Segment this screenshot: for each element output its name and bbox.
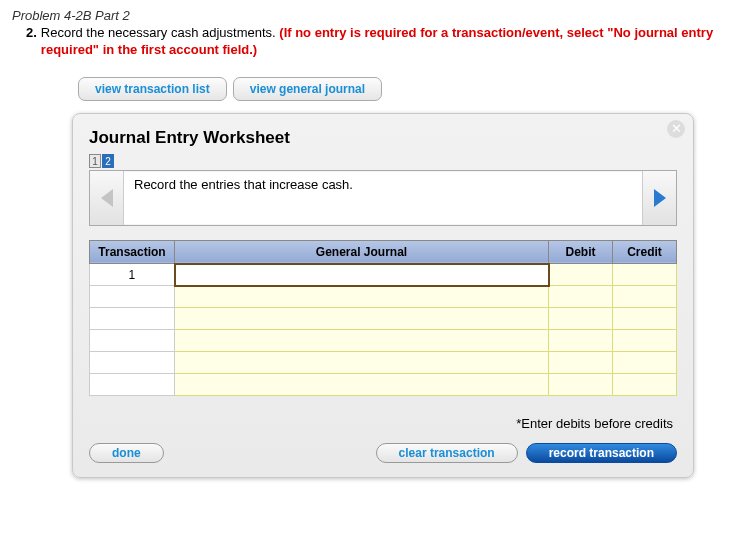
table-row (90, 286, 677, 308)
cell-credit[interactable] (613, 286, 677, 308)
cell-transaction[interactable] (90, 374, 175, 396)
cell-transaction[interactable] (90, 352, 175, 374)
cell-general-journal[interactable] (175, 330, 549, 352)
col-debit: Debit (549, 240, 613, 264)
view-transaction-list-button[interactable]: view transaction list (78, 77, 227, 101)
tip-text: *Enter debits before credits (89, 416, 673, 431)
cell-credit[interactable] (613, 374, 677, 396)
col-credit: Credit (613, 240, 677, 264)
cell-general-journal[interactable] (175, 286, 549, 308)
instruction-text: Record the entries that increase cash. (124, 171, 642, 225)
next-arrow-button[interactable] (642, 171, 676, 225)
footer-buttons: done clear transaction record transactio… (89, 443, 677, 463)
journal-table: Transaction General Journal Debit Credit… (89, 240, 677, 397)
cell-credit[interactable] (613, 264, 677, 286)
page-tabs: 1 2 (89, 154, 677, 168)
previous-arrow-button[interactable] (90, 171, 124, 225)
cell-credit[interactable] (613, 330, 677, 352)
journal-body: 1 (90, 264, 677, 396)
table-row (90, 308, 677, 330)
problem-instruction: 2. Record the necessary cash adjustments… (12, 25, 721, 59)
cell-transaction[interactable] (90, 308, 175, 330)
instruction-box: Record the entries that increase cash. (89, 170, 677, 226)
cell-transaction[interactable] (90, 330, 175, 352)
top-button-row: view transaction list view general journ… (78, 77, 721, 101)
done-button[interactable]: done (89, 443, 164, 463)
table-row (90, 374, 677, 396)
record-transaction-button[interactable]: record transaction (526, 443, 677, 463)
page-tab-1[interactable]: 1 (89, 154, 101, 168)
cell-debit[interactable] (549, 330, 613, 352)
cell-general-journal[interactable] (175, 352, 549, 374)
cell-transaction[interactable]: 1 (90, 264, 175, 286)
cell-credit[interactable] (613, 308, 677, 330)
problem-title: Problem 4-2B Part 2 (12, 8, 721, 23)
instruction-black: Record the necessary cash adjustments. (41, 25, 279, 40)
table-row (90, 352, 677, 374)
journal-worksheet-card: ✕ Journal Entry Worksheet 1 2 Record the… (72, 113, 694, 479)
cell-transaction[interactable] (90, 286, 175, 308)
col-general-journal: General Journal (175, 240, 549, 264)
cell-debit[interactable] (549, 264, 613, 286)
cell-debit[interactable] (549, 352, 613, 374)
chevron-right-icon (654, 189, 666, 207)
worksheet-title: Journal Entry Worksheet (89, 128, 677, 148)
cell-debit[interactable] (549, 374, 613, 396)
page-tab-2[interactable]: 2 (102, 154, 114, 168)
close-icon[interactable]: ✕ (667, 120, 685, 138)
view-general-journal-button[interactable]: view general journal (233, 77, 382, 101)
item-number: 2. (26, 25, 37, 59)
cell-credit[interactable] (613, 352, 677, 374)
col-transaction: Transaction (90, 240, 175, 264)
cell-debit[interactable] (549, 308, 613, 330)
cell-general-journal[interactable] (175, 308, 549, 330)
chevron-left-icon (101, 189, 113, 207)
clear-transaction-button[interactable]: clear transaction (376, 443, 518, 463)
cell-debit[interactable] (549, 286, 613, 308)
table-row (90, 330, 677, 352)
table-row: 1 (90, 264, 677, 286)
cell-general-journal[interactable] (175, 264, 549, 286)
cell-general-journal[interactable] (175, 374, 549, 396)
